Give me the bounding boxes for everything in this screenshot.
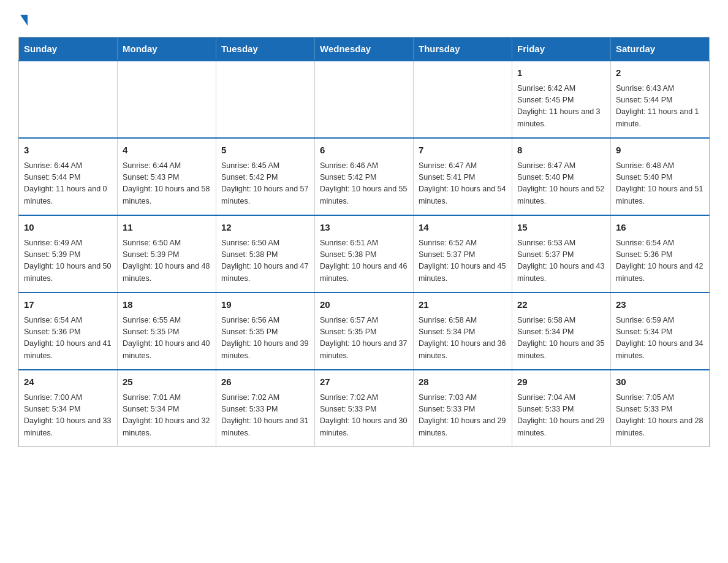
calendar-cell: 12Sunrise: 6:50 AM Sunset: 5:38 PM Dayli…	[216, 215, 315, 293]
calendar-cell: 19Sunrise: 6:56 AM Sunset: 5:35 PM Dayli…	[216, 293, 315, 370]
day-info: Sunrise: 6:44 AM Sunset: 5:43 PM Dayligh…	[123, 160, 211, 208]
day-info: Sunrise: 6:47 AM Sunset: 5:41 PM Dayligh…	[419, 160, 507, 208]
day-info: Sunrise: 7:05 AM Sunset: 5:33 PM Dayligh…	[616, 392, 704, 440]
day-info: Sunrise: 6:49 AM Sunset: 5:39 PM Dayligh…	[24, 237, 112, 285]
day-info: Sunrise: 6:54 AM Sunset: 5:36 PM Dayligh…	[24, 315, 112, 362]
calendar-cell: 25Sunrise: 7:01 AM Sunset: 5:34 PM Dayli…	[118, 370, 216, 447]
logo-triangle-icon	[20, 15, 28, 26]
day-number: 26	[221, 375, 309, 389]
day-info: Sunrise: 6:58 AM Sunset: 5:34 PM Dayligh…	[517, 315, 605, 362]
weekday-header-friday: Friday	[512, 37, 611, 61]
day-number: 14	[419, 221, 507, 235]
calendar-cell	[118, 61, 216, 138]
day-number: 6	[320, 144, 408, 158]
day-info: Sunrise: 6:42 AM Sunset: 5:45 PM Dayligh…	[517, 83, 605, 131]
calendar-cell: 1Sunrise: 6:42 AM Sunset: 5:45 PM Daylig…	[512, 61, 611, 138]
day-number: 13	[320, 221, 408, 235]
day-info: Sunrise: 6:44 AM Sunset: 5:44 PM Dayligh…	[24, 160, 112, 208]
calendar-cell	[19, 61, 118, 138]
day-number: 30	[616, 375, 704, 389]
day-number: 21	[419, 298, 507, 312]
day-number: 2	[616, 66, 704, 80]
day-info: Sunrise: 7:03 AM Sunset: 5:33 PM Dayligh…	[419, 392, 507, 440]
calendar-cell	[414, 61, 512, 138]
day-number: 7	[419, 144, 507, 158]
calendar-cell: 22Sunrise: 6:58 AM Sunset: 5:34 PM Dayli…	[512, 293, 611, 370]
calendar-cell: 10Sunrise: 6:49 AM Sunset: 5:39 PM Dayli…	[19, 215, 118, 293]
weekday-header-saturday: Saturday	[611, 37, 710, 61]
day-info: Sunrise: 6:46 AM Sunset: 5:42 PM Dayligh…	[320, 160, 408, 208]
day-number: 3	[24, 144, 112, 158]
calendar-cell: 18Sunrise: 6:55 AM Sunset: 5:35 PM Dayli…	[118, 293, 216, 370]
day-info: Sunrise: 6:47 AM Sunset: 5:40 PM Dayligh…	[517, 160, 605, 208]
calendar-cell: 21Sunrise: 6:58 AM Sunset: 5:34 PM Dayli…	[414, 293, 512, 370]
calendar-cell: 17Sunrise: 6:54 AM Sunset: 5:36 PM Dayli…	[19, 293, 118, 370]
day-info: Sunrise: 6:50 AM Sunset: 5:38 PM Dayligh…	[221, 237, 309, 285]
calendar-cell: 6Sunrise: 6:46 AM Sunset: 5:42 PM Daylig…	[315, 138, 414, 215]
calendar-cell: 28Sunrise: 7:03 AM Sunset: 5:33 PM Dayli…	[414, 370, 512, 447]
day-number: 22	[517, 298, 605, 312]
day-info: Sunrise: 7:00 AM Sunset: 5:34 PM Dayligh…	[24, 392, 112, 440]
day-info: Sunrise: 7:02 AM Sunset: 5:33 PM Dayligh…	[221, 392, 309, 440]
calendar-cell: 3Sunrise: 6:44 AM Sunset: 5:44 PM Daylig…	[19, 138, 118, 215]
day-number: 24	[24, 375, 112, 389]
calendar-cell: 23Sunrise: 6:59 AM Sunset: 5:34 PM Dayli…	[611, 293, 710, 370]
calendar-cell: 29Sunrise: 7:04 AM Sunset: 5:33 PM Dayli…	[512, 370, 611, 447]
day-info: Sunrise: 6:55 AM Sunset: 5:35 PM Dayligh…	[123, 315, 211, 362]
day-info: Sunrise: 6:43 AM Sunset: 5:44 PM Dayligh…	[616, 83, 704, 131]
calendar-cell: 14Sunrise: 6:52 AM Sunset: 5:37 PM Dayli…	[414, 215, 512, 293]
day-number: 1	[517, 66, 605, 80]
calendar-header-row: SundayMondayTuesdayWednesdayThursdayFrid…	[19, 37, 710, 61]
day-info: Sunrise: 6:54 AM Sunset: 5:36 PM Dayligh…	[616, 237, 704, 285]
day-info: Sunrise: 6:50 AM Sunset: 5:39 PM Dayligh…	[123, 237, 211, 285]
calendar-cell	[315, 61, 414, 138]
weekday-header-thursday: Thursday	[414, 37, 512, 61]
day-number: 4	[123, 144, 211, 158]
day-number: 20	[320, 298, 408, 312]
day-info: Sunrise: 6:59 AM Sunset: 5:34 PM Dayligh…	[616, 315, 704, 362]
logo	[18, 12, 28, 26]
calendar-cell: 9Sunrise: 6:48 AM Sunset: 5:40 PM Daylig…	[611, 138, 710, 215]
calendar-cell: 8Sunrise: 6:47 AM Sunset: 5:40 PM Daylig…	[512, 138, 611, 215]
day-number: 19	[221, 298, 309, 312]
calendar-week-row: 10Sunrise: 6:49 AM Sunset: 5:39 PM Dayli…	[19, 215, 710, 293]
calendar-cell: 27Sunrise: 7:02 AM Sunset: 5:33 PM Dayli…	[315, 370, 414, 447]
day-number: 8	[517, 144, 605, 158]
day-number: 9	[616, 144, 704, 158]
weekday-header-wednesday: Wednesday	[315, 37, 414, 61]
day-info: Sunrise: 6:45 AM Sunset: 5:42 PM Dayligh…	[221, 160, 309, 208]
calendar-week-row: 1Sunrise: 6:42 AM Sunset: 5:45 PM Daylig…	[19, 61, 710, 138]
weekday-header-tuesday: Tuesday	[216, 37, 315, 61]
day-number: 18	[123, 298, 211, 312]
calendar-cell: 4Sunrise: 6:44 AM Sunset: 5:43 PM Daylig…	[118, 138, 216, 215]
calendar-cell: 30Sunrise: 7:05 AM Sunset: 5:33 PM Dayli…	[611, 370, 710, 447]
calendar-week-row: 24Sunrise: 7:00 AM Sunset: 5:34 PM Dayli…	[19, 370, 710, 447]
day-number: 27	[320, 375, 408, 389]
calendar-cell: 7Sunrise: 6:47 AM Sunset: 5:41 PM Daylig…	[414, 138, 512, 215]
day-number: 28	[419, 375, 507, 389]
day-number: 16	[616, 221, 704, 235]
calendar-week-row: 17Sunrise: 6:54 AM Sunset: 5:36 PM Dayli…	[19, 293, 710, 370]
calendar-cell: 11Sunrise: 6:50 AM Sunset: 5:39 PM Dayli…	[118, 215, 216, 293]
calendar-cell: 24Sunrise: 7:00 AM Sunset: 5:34 PM Dayli…	[19, 370, 118, 447]
day-info: Sunrise: 6:56 AM Sunset: 5:35 PM Dayligh…	[221, 315, 309, 362]
day-number: 25	[123, 375, 211, 389]
weekday-header-sunday: Sunday	[19, 37, 118, 61]
day-number: 11	[123, 221, 211, 235]
day-info: Sunrise: 7:04 AM Sunset: 5:33 PM Dayligh…	[517, 392, 605, 440]
day-info: Sunrise: 6:48 AM Sunset: 5:40 PM Dayligh…	[616, 160, 704, 208]
calendar-cell: 2Sunrise: 6:43 AM Sunset: 5:44 PM Daylig…	[611, 61, 710, 138]
calendar-week-row: 3Sunrise: 6:44 AM Sunset: 5:44 PM Daylig…	[19, 138, 710, 215]
page-header	[18, 12, 710, 26]
calendar-cell: 16Sunrise: 6:54 AM Sunset: 5:36 PM Dayli…	[611, 215, 710, 293]
weekday-header-monday: Monday	[118, 37, 216, 61]
calendar-cell: 15Sunrise: 6:53 AM Sunset: 5:37 PM Dayli…	[512, 215, 611, 293]
day-number: 10	[24, 221, 112, 235]
day-number: 29	[517, 375, 605, 389]
calendar-cell: 13Sunrise: 6:51 AM Sunset: 5:38 PM Dayli…	[315, 215, 414, 293]
day-info: Sunrise: 6:57 AM Sunset: 5:35 PM Dayligh…	[320, 315, 408, 362]
day-info: Sunrise: 6:51 AM Sunset: 5:38 PM Dayligh…	[320, 237, 408, 285]
day-number: 5	[221, 144, 309, 158]
day-number: 23	[616, 298, 704, 312]
day-number: 12	[221, 221, 309, 235]
